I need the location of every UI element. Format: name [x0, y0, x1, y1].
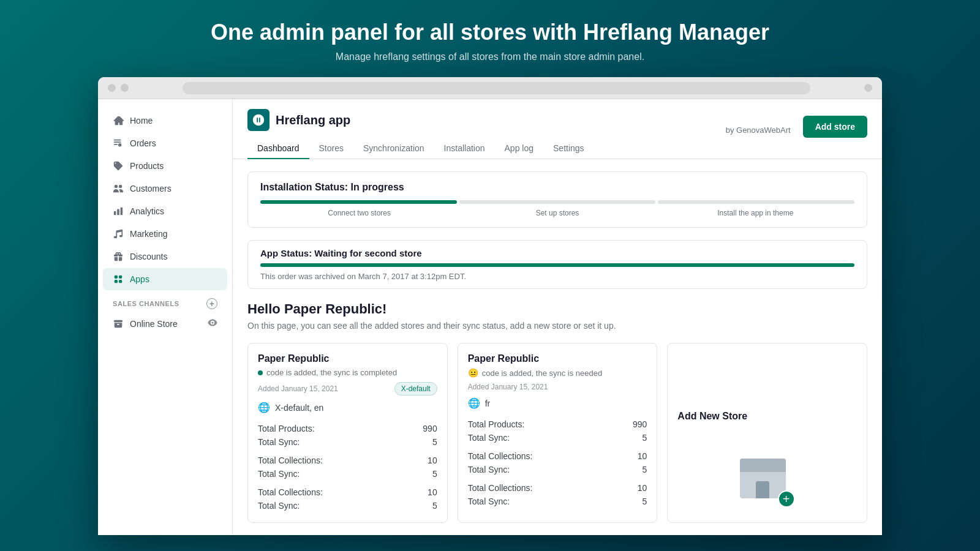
header-right: by GenovaWebArt Add store	[726, 116, 867, 145]
tab-applog[interactable]: App log	[495, 138, 543, 159]
table-row: Total Sync: 5	[468, 495, 647, 508]
browser-dot-2	[121, 84, 129, 92]
hero-subtitle: Manage hreflang settings of all stores f…	[211, 51, 769, 62]
sales-channels-label: SALES CHANNELS	[113, 300, 179, 307]
sidebar: Home Orders Products Customers	[98, 99, 233, 535]
app-title: Hreflang app	[276, 113, 350, 127]
stat-label: Total Collections:	[258, 454, 405, 467]
table-row: Total Sync: 5	[468, 463, 647, 476]
stats-separator	[258, 481, 437, 485]
stat-label: Total Sync:	[258, 435, 405, 449]
stat-label: Total Collections:	[468, 449, 615, 463]
store-1-title: Paper Republic	[258, 353, 437, 364]
sidebar-item-discounts[interactable]: Discounts	[103, 246, 227, 268]
table-row: Total Sync: 5	[258, 499, 437, 512]
archived-text: This order was archived on March 7, 2017…	[260, 272, 854, 281]
sidebar-item-customers[interactable]: Customers	[103, 178, 227, 200]
stat-value: 5	[614, 431, 647, 444]
page-body: Installation Status: In progress Connect…	[233, 159, 882, 535]
table-row: Total Collections: 10	[258, 454, 437, 467]
sidebar-item-analytics[interactable]: Analytics	[103, 200, 227, 222]
hello-subtitle: On this page, you can see all the added …	[247, 321, 867, 331]
nav-tabs: Dashboard Stores Synchronization Install…	[247, 138, 594, 159]
add-new-store-card[interactable]: Add New Store +	[667, 343, 867, 523]
table-row: Total Sync: 5	[258, 467, 437, 481]
hello-section: Hello Paper Republic! On this page, you …	[247, 301, 867, 331]
store-1-locale-text: X-default, en	[275, 403, 323, 413]
store-1-date: Added January 15, 2021	[258, 384, 338, 393]
stat-label: Total Sync:	[468, 495, 615, 508]
store-building-icon	[740, 459, 786, 498]
app-logo	[247, 109, 270, 131]
by-label: by GenovaWebArt	[726, 126, 791, 135]
store-card-2: Paper Republic 😐 code is added, the sync…	[458, 343, 658, 523]
store-2-title: Paper Republic	[468, 353, 647, 364]
stat-value: 10	[614, 449, 647, 463]
marketing-icon	[113, 228, 124, 239]
store-2-status-text: code is added, the sync is needed	[482, 369, 603, 378]
stats-separator	[258, 449, 437, 454]
app-title-row: Hreflang app	[247, 109, 594, 131]
store-2-meta: Added January 15, 2021	[468, 383, 647, 391]
store-1-status-dot	[258, 370, 263, 375]
tab-dashboard[interactable]: Dashboard	[247, 138, 309, 159]
eye-icon[interactable]	[208, 318, 217, 330]
tab-stores[interactable]: Stores	[309, 138, 353, 159]
hero-section: One admin panel for all stores with Href…	[198, 0, 782, 77]
table-row: Total Collections: 10	[468, 449, 647, 463]
sidebar-label-orders: Orders	[130, 138, 156, 148]
stats-separator	[468, 476, 647, 481]
customers-icon	[113, 183, 124, 194]
sidebar-item-online-store[interactable]: Online Store	[103, 312, 227, 335]
discounts-icon	[113, 251, 124, 262]
stat-value: 5	[405, 499, 437, 512]
add-store-illustration: +	[740, 459, 795, 508]
stat-label: Total Sync:	[258, 467, 405, 481]
store-2-locale-text: fr	[485, 399, 491, 408]
browser-bar	[98, 77, 882, 99]
tab-synchronization[interactable]: Synchronization	[353, 138, 434, 159]
sidebar-item-marketing[interactable]: Marketing	[103, 223, 227, 245]
app-header: Hreflang app Dashboard Stores Synchroniz…	[233, 99, 882, 159]
stat-value: 990	[405, 422, 437, 435]
installation-status-card: Installation Status: In progress Connect…	[247, 171, 867, 228]
store-2-locale: 🌐 fr	[468, 397, 647, 409]
sales-channels-section: SALES CHANNELS +	[103, 291, 227, 312]
globe-icon-1: 🌐	[258, 402, 270, 413]
stat-label: Total Collections:	[258, 485, 405, 499]
progress-label-1: Connect two stores	[260, 209, 458, 217]
store-1-badge: X-default	[394, 382, 437, 395]
sidebar-label-discounts: Discounts	[130, 252, 167, 261]
add-sales-channel-button[interactable]: +	[206, 298, 217, 309]
stat-value: 10	[405, 485, 437, 499]
store-1-status: code is added, the sync is completed	[258, 368, 437, 377]
installation-status-title: Installation Status: In progress	[260, 182, 854, 193]
sidebar-item-products[interactable]: Products	[103, 155, 227, 177]
add-store-button[interactable]: Add store	[803, 116, 867, 138]
stat-label: Total Collections:	[468, 481, 615, 495]
store-2-stats: Total Products: 990 Total Sync: 5 Total …	[468, 418, 647, 508]
online-store-left: Online Store	[113, 318, 178, 329]
progress-segment-3	[658, 200, 854, 204]
store-1-stats: Total Products: 990 Total Sync: 5 Total …	[258, 422, 437, 512]
stat-label: Total Products:	[258, 422, 405, 435]
table-row: Total Collections: 10	[258, 485, 437, 499]
store-cards: Paper Republic code is added, the sync i…	[247, 343, 867, 523]
progress-labels: Connect two stores Set up stores Install…	[260, 209, 854, 217]
stat-value: 5	[614, 495, 647, 508]
sidebar-label-customers: Customers	[130, 184, 172, 193]
stat-value: 5	[614, 463, 647, 476]
main-content: Hreflang app Dashboard Stores Synchroniz…	[233, 99, 882, 535]
stat-value: 10	[405, 454, 437, 467]
sidebar-label-apps: Apps	[130, 274, 149, 284]
tab-settings[interactable]: Settings	[543, 138, 594, 159]
app-layout: Home Orders Products Customers	[98, 99, 882, 535]
sidebar-item-apps[interactable]: Apps	[103, 268, 227, 290]
stat-value: 5	[405, 467, 437, 481]
tab-installation[interactable]: Installation	[434, 138, 495, 159]
sidebar-item-orders[interactable]: Orders	[103, 132, 227, 154]
progress-label-2: Set up stores	[458, 209, 656, 217]
sidebar-item-home[interactable]: Home	[103, 110, 227, 132]
stats-separator	[468, 444, 647, 449]
progress-segment-2	[459, 200, 656, 204]
